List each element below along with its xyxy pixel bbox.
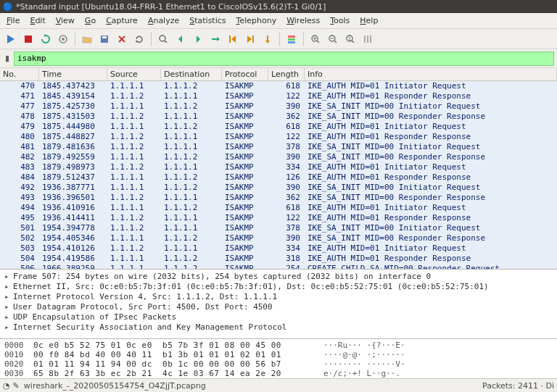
status-packets-label: Packets: 2411 · Di: [482, 381, 554, 391]
column-header-length[interactable]: Length: [268, 68, 305, 80]
go-first-button[interactable]: [225, 31, 241, 47]
svg-marker-0: [7, 35, 15, 43]
menu-go[interactable]: Go: [80, 14, 101, 27]
packet-row[interactable]: 4951936.4144111.1.1.21.1.1.1ISAKMP122IKE…: [0, 213, 557, 223]
hex-row[interactable]: 00000c e0 b5 52 75 01 0c e0 b5 7b 3f 01 …: [4, 341, 553, 350]
svg-rect-1: [25, 36, 32, 43]
packet-row[interactable]: 4841879.5124371.1.1.11.1.1.2ISAKMP126IKE…: [0, 172, 557, 183]
main-toolbar: 1: [0, 29, 557, 49]
packet-row[interactable]: 5041954.4195861.1.1.11.1.1.2ISAKMP318IKE…: [0, 254, 557, 264]
expand-icon[interactable]: ▸: [4, 312, 12, 322]
packet-row[interactable]: 4801875.4488271.1.1.21.1.1.1ISAKMP122IKE…: [0, 132, 557, 142]
svg-point-10: [160, 36, 165, 41]
menu-statistics[interactable]: Statistics: [184, 14, 231, 27]
expand-icon[interactable]: ▸: [4, 272, 12, 281]
packet-row[interactable]: 4931936.3965011.1.1.21.1.1.1ISAKMP362IKE…: [0, 193, 557, 203]
packet-row[interactable]: 5021954.4053461.1.1.11.1.1.2ISAKMP390IKE…: [0, 233, 557, 243]
toolbar-separator: [151, 33, 152, 46]
svg-line-31: [334, 41, 337, 43]
svg-rect-6: [102, 36, 107, 38]
menu-edit[interactable]: Edit: [25, 14, 50, 27]
display-filter-bar: ▮: [0, 49, 557, 68]
detail-tree-item[interactable]: ▸Ethernet II, Src: 0c:e0:b5:7b:3f:01 (0c…: [4, 281, 553, 291]
packet-list-pane[interactable]: No.TimeSourceDestinationProtocolLengthIn…: [0, 68, 557, 270]
packet-row[interactable]: 5011954.3947781.1.1.21.1.1.1ISAKMP378IKE…: [0, 223, 557, 233]
detail-tree-item[interactable]: ▸UDP Encapsulation of IPsec Packets: [4, 312, 553, 322]
column-header-time[interactable]: Time: [39, 68, 107, 80]
display-filter-input[interactable]: [14, 51, 554, 66]
detail-tree-item[interactable]: ▸Internet Security Association and Key M…: [4, 322, 553, 332]
toolbar-separator: [303, 33, 304, 46]
menu-analyze[interactable]: Analyze: [143, 14, 184, 27]
packet-row[interactable]: 4831879.4989731.1.1.21.1.1.1ISAKMP334IKE…: [0, 162, 557, 172]
menu-telephony[interactable]: Telephony: [231, 14, 282, 27]
svg-marker-12: [178, 36, 182, 43]
filter-bookmark-icon[interactable]: ▮: [3, 51, 12, 66]
column-header-protocol[interactable]: Protocol: [222, 68, 268, 80]
packet-row[interactable]: 5061966.3892591.1.1.11.1.1.2ISAKMP254CRE…: [0, 264, 557, 270]
find-packet-button[interactable]: [155, 31, 171, 47]
expert-info-icon[interactable]: ◔: [3, 381, 10, 391]
close-file-button[interactable]: [114, 31, 130, 47]
menubar: FileEditViewGoCaptureAnalyzeStatisticsTe…: [0, 13, 557, 29]
menu-tools[interactable]: Tools: [325, 14, 355, 27]
packet-list-header: No.TimeSourceDestinationProtocolLengthIn…: [0, 68, 557, 81]
app-icon: 🔵: [3, 2, 13, 12]
detail-tree-item[interactable]: ▸Internet Protocol Version 4, Src: 1.1.1…: [4, 291, 553, 301]
column-header-no[interactable]: No.: [0, 68, 39, 80]
column-header-info[interactable]: Info: [305, 68, 557, 80]
packet-row[interactable]: 5031954.4101261.1.1.21.1.1.1ISAKMP334IKE…: [0, 243, 557, 254]
capture-options-button[interactable]: [55, 31, 71, 47]
start-capture-button[interactable]: [3, 31, 19, 47]
svg-rect-24: [288, 41, 295, 43]
packet-row[interactable]: 4941936.4109161.1.1.11.1.1.2ISAKMP618IKE…: [0, 203, 557, 213]
packet-row[interactable]: 4701845.4374231.1.1.11.1.1.2ISAKMP618IKE…: [0, 81, 557, 91]
packet-row[interactable]: 4771875.4257301.1.1.11.1.1.2ISAKMP390IKE…: [0, 101, 557, 112]
zoom-in-button[interactable]: [308, 31, 323, 47]
packet-row[interactable]: 4711845.4391541.1.1.21.1.1.1ISAKMP122IKE…: [0, 91, 557, 101]
edit-icon[interactable]: ✎: [13, 381, 20, 391]
menu-help[interactable]: Help: [355, 14, 383, 27]
zoom-reset-button[interactable]: 1: [342, 31, 358, 47]
svg-rect-23: [288, 38, 295, 41]
svg-marker-15: [217, 37, 220, 41]
stop-capture-button[interactable]: [20, 31, 36, 47]
restart-capture-button[interactable]: [38, 31, 54, 47]
expand-icon[interactable]: ▸: [4, 322, 12, 332]
packet-row[interactable]: 4921936.3877711.1.1.11.1.1.2ISAKMP390IKE…: [0, 183, 557, 193]
menu-view[interactable]: View: [51, 14, 80, 27]
window-title: *Standard input [Ubuntu18.04-FRR-1 Ether…: [16, 2, 326, 12]
expand-icon[interactable]: ▸: [4, 292, 12, 301]
go-last-button[interactable]: [242, 31, 258, 47]
go-to-packet-button[interactable]: [207, 31, 223, 47]
packet-details-pane[interactable]: ▸Frame 507: 254 bytes on wire (2032 bits…: [0, 270, 557, 339]
colorize-button[interactable]: [284, 31, 300, 47]
packet-row[interactable]: 4821879.4925591.1.1.11.1.1.2ISAKMP390IKE…: [0, 152, 557, 162]
svg-marker-2: [44, 34, 46, 37]
hex-row[interactable]: 003065 8b 2f 63 3b ec 2b 21 4c 1e 03 67 …: [4, 369, 553, 378]
expand-icon[interactable]: ▸: [4, 302, 12, 312]
packet-row[interactable]: 4811879.4816361.1.1.21.1.1.1ISAKMP378IKE…: [0, 142, 557, 152]
detail-tree-item[interactable]: ▸User Datagram Protocol, Src Port: 4500,…: [4, 301, 553, 312]
menu-capture[interactable]: Capture: [101, 14, 143, 27]
menu-wireless[interactable]: Wireless: [281, 14, 325, 27]
open-file-button[interactable]: [79, 31, 95, 47]
window-titlebar: 🔵 *Standard input [Ubuntu18.04-FRR-1 Eth…: [0, 0, 557, 13]
svg-marker-13: [197, 36, 200, 43]
save-file-button[interactable]: [96, 31, 112, 47]
hex-row[interactable]: 002001 01 11 94 11 94 00 dc 0b 1c 00 00 …: [4, 359, 553, 369]
hex-row[interactable]: 001000 f0 84 bd 40 00 40 11 b1 3b 01 01 …: [4, 350, 553, 359]
column-header-destination[interactable]: Destination: [161, 68, 222, 80]
reload-button[interactable]: [131, 31, 147, 47]
detail-tree-item[interactable]: ▸Frame 507: 254 bytes on wire (2032 bits…: [4, 271, 553, 281]
zoom-out-button[interactable]: [325, 31, 341, 47]
go-next-button[interactable]: [190, 31, 206, 47]
auto-scroll-button[interactable]: [260, 31, 276, 47]
resize-columns-button[interactable]: [360, 31, 376, 47]
packet-row[interactable]: 4791875.4449801.1.1.11.1.1.2ISAKMP618IKE…: [0, 122, 557, 132]
column-header-source[interactable]: Source: [107, 68, 161, 80]
go-previous-button[interactable]: [173, 31, 189, 47]
menu-file[interactable]: File: [1, 14, 25, 27]
expand-icon[interactable]: ▸: [4, 282, 12, 291]
packet-row[interactable]: 4781875.4315031.1.1.21.1.1.1ISAKMP362IKE…: [0, 112, 557, 122]
